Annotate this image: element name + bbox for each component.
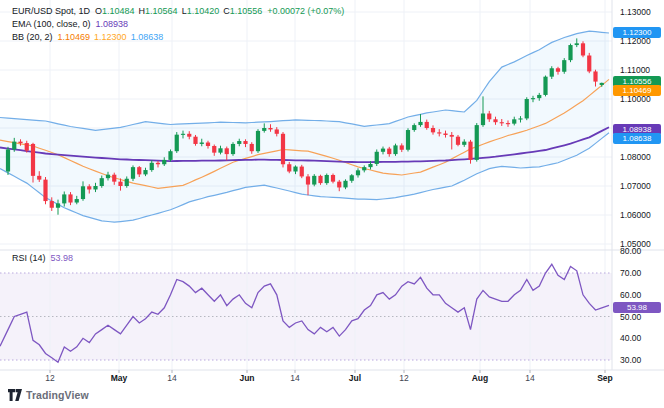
candle-body — [581, 43, 585, 55]
legend: EUR/USD Spot, 1D O1.10484H1.10564L1.1042… — [12, 4, 344, 43]
candle-body — [243, 141, 247, 144]
candle-body — [425, 122, 429, 128]
candle-body — [537, 95, 541, 98]
rsi-tick-label: 30.00 — [620, 355, 641, 365]
ema-value: 1.08938 — [96, 19, 129, 29]
chart-plot-area[interactable] — [0, 0, 664, 408]
candle-body — [525, 99, 529, 118]
candle-body — [437, 132, 441, 133]
candle-body — [500, 122, 504, 123]
rsi-tick-label: 60.00 — [620, 290, 641, 300]
ema-legend-row[interactable]: EMA (100, close, 0) 1.08938 — [12, 17, 344, 30]
candle-body — [293, 167, 297, 172]
candle-body — [262, 128, 266, 131]
candle-body — [587, 56, 591, 72]
candle-body — [318, 176, 322, 183]
time-tick-label-12: 12 — [33, 373, 67, 383]
candle-body — [206, 143, 210, 146]
candle-body — [268, 128, 272, 129]
price-tick-label: 1.07000 — [620, 181, 651, 191]
candle-body — [375, 152, 379, 164]
rsi-legend-row[interactable]: RSI (14) 53.98 — [12, 251, 73, 264]
bb-values: 1.104691.123001.08638 — [58, 32, 164, 42]
tradingview-attribution[interactable]: TradingView — [8, 389, 89, 401]
price-axis[interactable]: 1.130001.120001.110001.100001.080001.070… — [612, 0, 664, 370]
symbol-legend-row[interactable]: EUR/USD Spot, 1D O1.10484H1.10564L1.1042… — [12, 4, 344, 17]
candle-body — [218, 148, 222, 152]
price-tick-label: 1.13000 — [620, 7, 651, 17]
candle-body — [143, 170, 147, 174]
candle-body — [56, 203, 60, 207]
candle-body — [331, 175, 335, 182]
time-tick-label-14: 14 — [278, 373, 312, 383]
price-tick-label: 1.06000 — [620, 210, 651, 220]
candle-body — [225, 148, 229, 154]
candle-body — [381, 149, 385, 152]
change-value: +0.00072 (+0.07%) — [267, 6, 344, 16]
candle-body — [475, 125, 479, 160]
candle-body — [187, 134, 191, 137]
time-tick-label-May: May — [102, 373, 136, 383]
candle-body — [125, 179, 129, 186]
bb-legend-row[interactable]: BB (20, 2) 1.104691.123001.08638 — [12, 30, 344, 43]
bb-label: BB (20, 2) — [12, 32, 53, 42]
candle-body — [568, 45, 572, 60]
candle-body — [31, 144, 35, 176]
rsi-tick-label: 70.00 — [620, 268, 641, 278]
ohlc-pair: O1.10484 — [95, 6, 135, 16]
candle-body — [75, 199, 79, 202]
attribution-text: TradingView — [26, 389, 89, 401]
candle-body — [212, 146, 216, 153]
rsi-tick-label: 40.00 — [620, 333, 641, 343]
candle-body — [175, 135, 179, 152]
time-tick-label-Jun: Jun — [230, 373, 264, 383]
candle-body — [87, 186, 91, 189]
candle-body — [393, 145, 397, 154]
candle-body — [556, 68, 560, 71]
rsi-value: 53.98 — [51, 253, 74, 263]
candle-body — [131, 167, 135, 179]
candle-body — [506, 123, 510, 124]
candle-body — [456, 137, 460, 145]
candle-body — [275, 129, 279, 133]
candle-body — [368, 164, 372, 167]
candle-body — [512, 119, 516, 123]
bb-value: 1.10469 — [58, 32, 91, 42]
candle-body — [93, 186, 97, 189]
candle-body — [562, 60, 566, 72]
time-tick-label-14: 14 — [513, 373, 547, 383]
bb-value: 1.08638 — [131, 32, 164, 42]
candle-body — [600, 83, 604, 85]
candle-body — [18, 142, 22, 143]
candle-body — [312, 176, 316, 185]
ohlc-pair: H1.10564 — [139, 6, 178, 16]
candle-body — [325, 175, 329, 183]
ohlc-pair: L1.10420 — [182, 6, 220, 16]
time-tick-label-12: 12 — [387, 373, 421, 383]
candle-body — [343, 181, 347, 188]
tradingview-logo-icon — [8, 389, 22, 401]
candle-body — [575, 43, 579, 45]
candle-body — [193, 137, 197, 144]
ohlc-pair: C1.10556 — [223, 6, 262, 16]
candle-body — [400, 145, 404, 149]
candle-body — [137, 167, 141, 174]
candle-body — [250, 144, 254, 151]
candle-body — [168, 151, 172, 160]
time-axis[interactable]: 12May14Jun14Jul12Aug14Sep — [0, 370, 664, 390]
price-tick-label: 1.11000 — [620, 65, 650, 75]
candle-body — [356, 170, 360, 175]
candle-body — [81, 186, 85, 199]
candle-body — [25, 143, 29, 151]
candle-body — [50, 201, 54, 208]
candle-body — [487, 114, 491, 120]
candle-body — [37, 176, 41, 180]
tradingview-chart: EUR/USD Spot, 1D O1.10484H1.10564L1.1042… — [0, 0, 664, 408]
price-tick-label: 1.08000 — [620, 152, 651, 162]
price-badge-1.12300: 1.12300 — [613, 27, 661, 38]
candle-body — [387, 149, 391, 155]
candle-body — [68, 194, 72, 202]
candle-body — [481, 114, 485, 126]
candle-body — [237, 141, 241, 144]
price-badge-1.10469: 1.10469 — [613, 85, 661, 96]
